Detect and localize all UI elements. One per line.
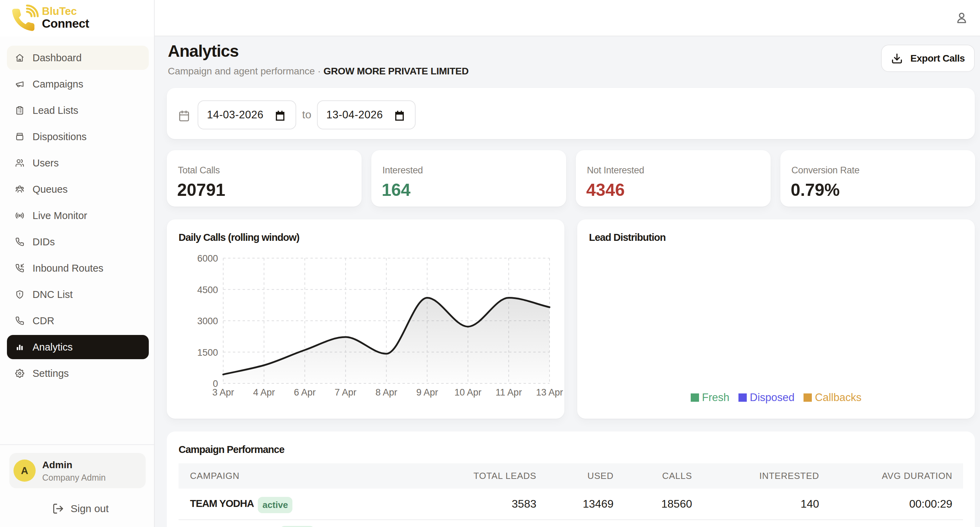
svg-text:9 Apr: 9 Apr bbox=[416, 387, 438, 398]
svg-text:10 Apr: 10 Apr bbox=[454, 387, 481, 398]
svg-text:11 Apr: 11 Apr bbox=[496, 387, 522, 398]
svg-text:1500: 1500 bbox=[197, 347, 218, 358]
svg-text:6 Apr: 6 Apr bbox=[294, 387, 316, 398]
svg-text:3 Apr: 3 Apr bbox=[212, 387, 234, 398]
svg-text:7 Apr: 7 Apr bbox=[335, 387, 356, 398]
svg-text:13 Apr: 13 Apr bbox=[536, 387, 563, 398]
svg-text:6000: 6000 bbox=[197, 253, 218, 264]
svg-text:4 Apr: 4 Apr bbox=[253, 387, 275, 398]
svg-text:3000: 3000 bbox=[197, 316, 218, 326]
svg-text:8 Apr: 8 Apr bbox=[375, 387, 397, 398]
svg-text:4500: 4500 bbox=[197, 285, 218, 295]
